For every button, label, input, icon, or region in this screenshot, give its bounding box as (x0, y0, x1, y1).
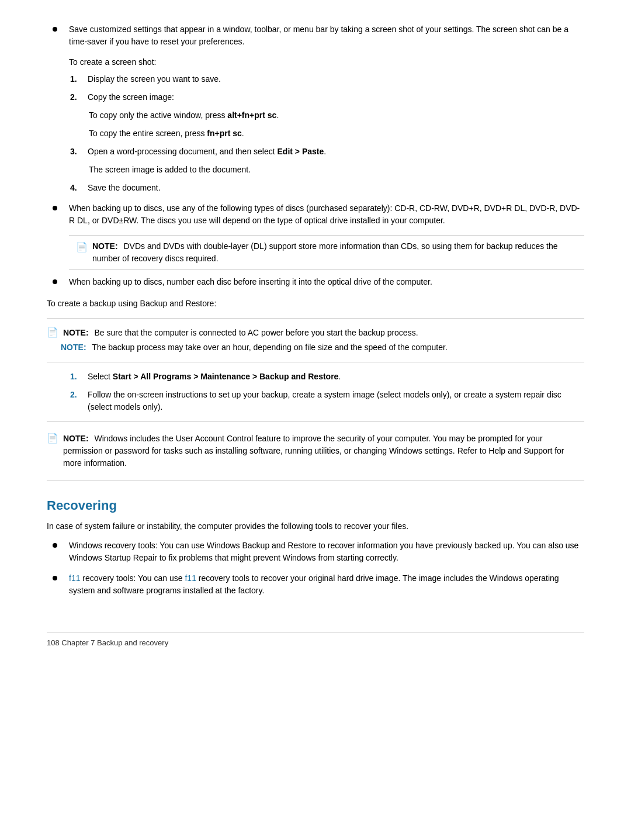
step-2: 2. Copy the screen image: (47, 91, 584, 103)
top-bullet-list: Save customized settings that appear in … (47, 23, 584, 48)
footer-text: 108 Chapter 7 Backup and recovery (47, 638, 168, 647)
note-ac-power: 📄 NOTE: Be sure that the computer is con… (47, 327, 584, 339)
note-backup-time: NOTE: The backup process may take over a… (47, 341, 584, 354)
backup-intro: To create a backup using Backup and Rest… (47, 298, 584, 310)
backup-step-2: 2. Follow the on-screen instructions to … (47, 389, 584, 413)
step-num-3: 3. (70, 146, 88, 158)
note-ac-text: NOTE: Be sure that the computer is conne… (63, 327, 418, 339)
step-num-1: 1. (70, 73, 88, 85)
recovering-text-1: Windows recovery tools: You can use Wind… (69, 540, 584, 564)
recovering-item-2: f11 recovery tools: You can use f11 reco… (47, 572, 584, 597)
step-3: 3. Open a word-processing document, and … (47, 146, 584, 158)
note-label-uac: NOTE: (63, 434, 89, 443)
backup-step-text-2: Follow the on-screen instructions to set… (88, 389, 584, 413)
note-label-ac: NOTE: (63, 328, 89, 337)
main-content: Save customized settings that appear in … (47, 23, 584, 647)
bullet-dot-2 (53, 206, 57, 210)
f11-link-2[interactable]: f11 (185, 573, 196, 583)
rule-2 (47, 362, 584, 362)
note-icon-1: 📄 (76, 240, 88, 254)
note-icon-2: 📄 (47, 327, 58, 338)
note-uac: 📄 NOTE: Windows includes the User Accoun… (47, 430, 584, 472)
note-content-uac: Windows includes the User Account Contro… (63, 434, 564, 468)
note-text-1: NOTE: DVDs and DVDs with double-layer (D… (92, 240, 577, 265)
step-4: 4. Save the document. (47, 182, 584, 194)
sub-para-2: To copy the entire screen, press fn+prt … (89, 127, 584, 140)
note-label-time: NOTE: (61, 343, 86, 352)
note-content-1: DVDs and DVDs with double-layer (DL) sup… (92, 241, 558, 263)
shortcut-1: alt+fn+prt sc (227, 110, 276, 120)
screenshot-steps: 1. Display the screen you want to save. … (47, 73, 584, 103)
bullet-item-2: When backing up to discs, use any of the… (47, 202, 584, 227)
bullet-item-3: When backing up to discs, number each di… (47, 276, 584, 288)
screenshot-steps-continued: 3. Open a word-processing document, and … (47, 146, 584, 158)
page-footer: 108 Chapter 7 Backup and recovery (47, 632, 584, 647)
note-uac-text: NOTE: Windows includes the User Account … (63, 433, 584, 469)
sub-para-1: To copy only the active window, press al… (89, 109, 584, 122)
recovering-heading: Recovering (47, 498, 584, 513)
backup-step-num-1: 1. (70, 371, 88, 383)
bullet-dot (53, 27, 57, 32)
bullet-text-3: When backing up to discs, number each di… (69, 276, 584, 288)
bullet-dot-rec-1 (53, 543, 57, 548)
note-backup-time-text: NOTE: The backup process may take over a… (61, 341, 448, 354)
step-1: 1. Display the screen you want to save. (47, 73, 584, 85)
rule-3 (47, 421, 584, 422)
second-bullet-list: When backing up to discs, use any of the… (47, 202, 584, 227)
bullet-item-1: Save customized settings that appear in … (47, 23, 584, 48)
recovering-text-2: f11 recovery tools: You can use f11 reco… (69, 572, 584, 597)
bullet-text-1: Save customized settings that appear in … (69, 23, 584, 48)
third-bullet-list: When backing up to discs, number each di… (47, 276, 584, 288)
rule-4 (47, 480, 584, 481)
sub-para-3: The screen image is added to the documen… (89, 164, 584, 176)
bullet-text-2: When backing up to discs, use any of the… (69, 202, 584, 227)
f11-link-1[interactable]: f11 (69, 573, 80, 583)
backup-steps: 1. Select Start > All Programs > Mainten… (47, 371, 584, 413)
step-text-2: Copy the screen image: (88, 91, 584, 103)
bullet-dot-3 (53, 279, 57, 284)
note-icon-uac: 📄 (47, 433, 58, 444)
step-text-1: Display the screen you want to save. (88, 73, 584, 85)
step-text-3: Open a word-processing document, and the… (88, 146, 584, 158)
recovering-item-1: Windows recovery tools: You can use Wind… (47, 540, 584, 564)
recovering-mid-text: recovery tools: You can use (80, 573, 185, 583)
recovering-intro: In case of system failure or instability… (47, 520, 584, 533)
screenshot-steps-4: 4. Save the document. (47, 182, 584, 194)
backup-step-1: 1. Select Start > All Programs > Mainten… (47, 371, 584, 383)
menu-edit-paste: Edit > Paste (278, 147, 324, 156)
bullet-dot-rec-2 (53, 576, 57, 580)
menu-path: Start > All Programs > Maintenance > Bac… (113, 372, 339, 381)
rule-1 (47, 318, 584, 319)
note-content-time: The backup process may take over an hour… (92, 343, 448, 352)
step-num-2: 2. (70, 91, 88, 103)
backup-step-text-1: Select Start > All Programs > Maintenanc… (88, 371, 584, 383)
note-content-ac: Be sure that the computer is connected t… (94, 328, 418, 337)
note-label-1: NOTE: (92, 241, 118, 251)
to-create-label: To create a screen shot: (69, 56, 584, 68)
note-box-1: 📄 NOTE: DVDs and DVDs with double-layer … (69, 235, 584, 270)
shortcut-2: fn+prt sc (207, 129, 242, 138)
recovering-list: Windows recovery tools: You can use Wind… (47, 540, 584, 597)
backup-step-num-2: 2. (70, 389, 88, 401)
step-num-4: 4. (70, 182, 88, 194)
step-text-4: Save the document. (88, 182, 584, 194)
